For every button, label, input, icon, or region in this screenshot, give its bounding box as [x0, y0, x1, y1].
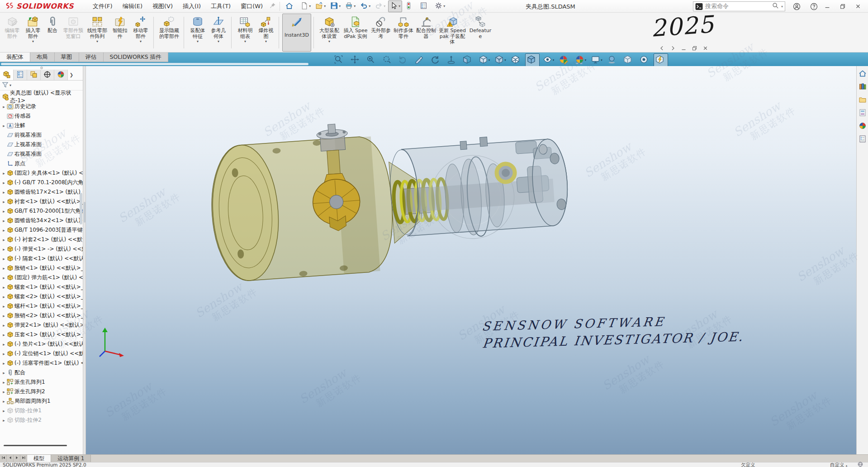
search-icon[interactable]	[772, 2, 779, 10]
task-pane-tab-icon[interactable]	[858, 69, 868, 79]
flyout-arrow-icon[interactable]: ▾	[96, 40, 98, 43]
quick-access-button[interactable]: ▾	[418, 0, 432, 12]
quick-access-button[interactable]: ▾	[328, 0, 342, 12]
expand-arrow-icon[interactable]: ▸	[1, 257, 7, 261]
ribbon-button[interactable]: Instant3D ▾	[282, 14, 311, 52]
menu-item[interactable]: 插入(I)	[178, 0, 205, 12]
view-tool-button[interactable]: ▾	[445, 53, 460, 67]
tree-item[interactable]: ▸ 派生孔阵列2	[1, 387, 83, 396]
tree-item[interactable]: ▸ 圆锥齿轮17×2<1> (默认) <<	[1, 187, 83, 197]
panel-grip[interactable]	[0, 66, 83, 70]
expand-arrow-icon[interactable]: ▸	[1, 390, 7, 394]
expand-arrow-icon[interactable]: ▸	[1, 181, 7, 185]
expand-arrow-icon[interactable]: ▸	[1, 219, 7, 223]
view-tool-button[interactable]: ▾	[413, 53, 427, 67]
doc-window-control-icon[interactable]	[680, 45, 687, 52]
view-tool-button[interactable]: ▾	[574, 53, 588, 67]
tree-item[interactable]: ▸ (-) GB/T 70.1-2008[内六角圆	[1, 178, 83, 187]
flyout-arrow-icon[interactable]: ▾	[244, 40, 246, 43]
command-tab[interactable]: 评估	[79, 52, 104, 62]
quick-access-button[interactable]: ▾	[358, 0, 372, 12]
view-tool-button[interactable]: ▾	[638, 53, 652, 67]
doc-window-control-icon[interactable]	[658, 45, 665, 52]
expand-arrow-icon[interactable]: ▸	[1, 200, 7, 204]
filter-dropdown-icon[interactable]: ▾	[9, 83, 11, 87]
doc-window-control-icon[interactable]	[669, 45, 676, 52]
expand-arrow-icon[interactable]: ▸	[1, 304, 7, 309]
task-pane-tab-icon[interactable]	[858, 134, 868, 144]
feature-panel-tab[interactable]	[27, 70, 41, 80]
ribbon-button[interactable]: 编辑零部件 ▾	[2, 14, 23, 52]
task-pane-tab-icon[interactable]	[858, 82, 868, 92]
tree-item[interactable]: ▸ 局部圆周阵列1	[1, 396, 83, 406]
view-tool-button[interactable]: ▾	[541, 53, 556, 67]
ribbon-button[interactable]: 无外部参考 ▾	[370, 14, 392, 52]
menu-item[interactable]: 窗口(W)	[236, 0, 267, 12]
graphics-viewport[interactable]: SENSNOW SOFTWARE PRINCIPAL INVESTIGATOR …	[86, 66, 856, 454]
ribbon-button[interactable]: 大型装配体设置 ▾	[317, 14, 342, 52]
command-tab[interactable]: 草图	[55, 52, 79, 62]
tree-item[interactable]: ▸ 压套<1> (默认) <<默认>_	[1, 330, 83, 339]
tree-item[interactable]: ▸ 配合	[1, 368, 83, 377]
ribbon-button[interactable]: 制作多体零件 ▾	[392, 14, 415, 52]
ribbon-button[interactable]: 智能扣件 ▾	[109, 14, 130, 52]
expand-arrow-icon[interactable]: ▸	[1, 361, 7, 366]
expand-arrow-icon[interactable]: ▸	[1, 333, 7, 337]
filter-funnel-icon[interactable]	[2, 81, 9, 90]
tree-vertical-scrollbar[interactable]	[80, 193, 82, 224]
tree-item[interactable]: ▸ 前视基准面	[1, 130, 83, 140]
expand-arrow-icon[interactable]: ▸	[1, 342, 7, 347]
ribbon-button[interactable]: 材料明细表 ▾	[235, 14, 256, 52]
ribbon-button[interactable]: 显示隐藏的零部件 ▾	[157, 14, 181, 52]
ribbon-button[interactable]: 爆炸视图 ▾	[256, 14, 276, 52]
flyout-arrow-icon[interactable]: ▾	[328, 40, 330, 43]
bottom-tab[interactable]: 模型	[27, 455, 51, 462]
ribbon-button[interactable]: 移动零部件 ▾	[130, 14, 151, 52]
expand-arrow-icon[interactable]: ▸	[1, 276, 7, 280]
tree-item[interactable]: ▸ (-) 活塞零件图<1> (默认) <<	[1, 358, 83, 368]
flyout-arrow-icon[interactable]: ▾	[265, 40, 267, 43]
tab-scroll-button[interactable]	[0, 455, 7, 462]
view-tool-button[interactable]: ▾	[589, 53, 604, 67]
quick-access-button[interactable]: ▾	[403, 0, 417, 12]
command-tab[interactable]: 布局	[30, 52, 55, 62]
close-button[interactable]	[850, 0, 866, 12]
expand-arrow-icon[interactable]: ▸	[1, 352, 7, 356]
feature-panel-tab[interactable]	[54, 70, 68, 80]
orientation-triad[interactable]	[99, 325, 126, 361]
tree-item[interactable]: ▸ 胀销<2> (默认) <<默认>_外	[1, 311, 83, 320]
restore-button[interactable]	[835, 0, 850, 12]
tree-item[interactable]: ▸ 圆锥齿轮34×2<1> (默认) <	[1, 216, 83, 225]
view-tool-button[interactable]: ▾	[349, 53, 363, 67]
search-dropdown-icon[interactable]: ▾	[781, 5, 783, 9]
tree-item[interactable]: ▸ (固定) 弹力筋<1> (默认) <<	[1, 273, 83, 282]
tree-item[interactable]: ▸ 螺套<1> (默认) <<默认>_外	[1, 282, 83, 292]
ribbon-button[interactable]: 装配体特征 ▾	[187, 14, 208, 52]
flyout-arrow-icon[interactable]: ▾	[140, 40, 142, 43]
view-tool-button[interactable]: ▾	[429, 53, 443, 67]
tree-item[interactable]: ▸ 螺杆<1> (默认) <<默认>_外	[1, 301, 83, 311]
command-tab[interactable]: 装配体	[0, 52, 30, 62]
feature-panel-tab[interactable]	[14, 70, 27, 80]
tree-item[interactable]: ▸ 派生孔阵列1	[1, 377, 83, 387]
tree-item[interactable]: ▸ (-) 衬套2<1> (默认) <<默认	[1, 235, 83, 244]
doc-window-control-icon[interactable]	[702, 45, 709, 52]
expand-arrow-icon[interactable]: ▸	[1, 228, 7, 233]
expand-arrow-icon[interactable]: ▸	[1, 380, 7, 385]
view-tool-button[interactable]: ▾	[365, 53, 379, 67]
view-tool-button[interactable]: ▾	[397, 53, 411, 67]
flyout-arrow-icon[interactable]: ▾	[218, 40, 219, 43]
tree-item[interactable]: ▸ 传感器	[1, 111, 83, 121]
units-globe-icon[interactable]	[858, 462, 863, 467]
menu-item[interactable]: 文件(F)	[88, 0, 117, 12]
help-icon[interactable]	[809, 1, 819, 11]
view-tool-button[interactable]: ▾	[332, 53, 347, 67]
pin-menu-icon[interactable]	[269, 2, 276, 10]
quick-access-button[interactable]: ▾	[373, 0, 387, 12]
minimize-button[interactable]	[820, 0, 835, 12]
feature-panel-tab[interactable]	[41, 70, 54, 80]
feature-panel-tab[interactable]	[0, 70, 14, 80]
tree-item[interactable]: ▸ 右视基准面	[1, 149, 83, 159]
command-tab[interactable]: SOLIDWORKS 插件	[104, 52, 168, 62]
task-pane-tab-icon[interactable]	[858, 121, 868, 131]
